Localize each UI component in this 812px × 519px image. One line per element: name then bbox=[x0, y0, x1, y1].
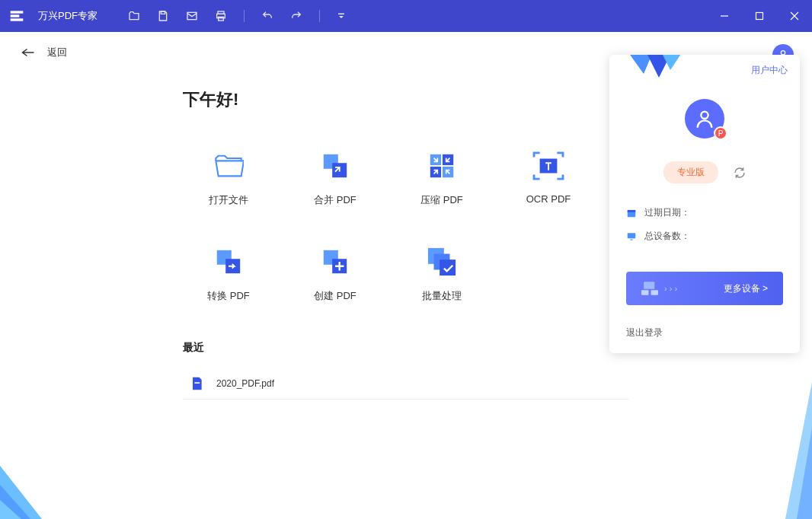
titlebar: 万兴PDF专家 bbox=[0, 0, 812, 32]
svg-rect-33 bbox=[630, 239, 633, 240]
more-devices-label: 更多设备 > bbox=[724, 282, 768, 295]
more-devices-button[interactable]: › › › 更多设备 > bbox=[626, 272, 783, 305]
greeting-text: 下午好! bbox=[183, 88, 629, 111]
mail-icon[interactable] bbox=[186, 10, 198, 22]
feature-label: 合并 PDF bbox=[314, 193, 356, 207]
svg-rect-36 bbox=[651, 290, 658, 295]
svg-rect-28 bbox=[195, 382, 200, 384]
merge-pdf-button[interactable]: 合并 PDF bbox=[289, 149, 381, 207]
open-file-button[interactable]: 打开文件 bbox=[183, 149, 274, 207]
maximize-button[interactable] bbox=[742, 0, 777, 32]
dropdown-icon[interactable] bbox=[337, 11, 346, 21]
ocr-pdf-button[interactable]: OCR PDF bbox=[503, 149, 594, 207]
folder-icon[interactable] bbox=[128, 10, 140, 22]
print-icon[interactable] bbox=[215, 10, 227, 22]
separator bbox=[244, 10, 245, 22]
feature-label: 批量处理 bbox=[422, 289, 462, 303]
devices-icon bbox=[641, 282, 658, 295]
svg-rect-0 bbox=[11, 11, 24, 13]
svg-rect-32 bbox=[628, 233, 636, 238]
feature-label: 打开文件 bbox=[209, 193, 248, 207]
expiry-row: 过期日期： bbox=[626, 206, 783, 219]
merge-icon bbox=[318, 149, 352, 183]
calendar-icon bbox=[626, 208, 637, 218]
devices-label: 总设备数： bbox=[644, 230, 690, 243]
save-icon[interactable] bbox=[157, 10, 169, 22]
expiry-label: 过期日期： bbox=[644, 206, 690, 219]
logout-button[interactable]: 退出登录 bbox=[609, 313, 800, 353]
plan-badge-icon: P bbox=[714, 126, 727, 140]
app-logo-icon bbox=[9, 8, 24, 24]
folder-open-icon bbox=[212, 149, 245, 183]
avatar-icon: P bbox=[685, 99, 724, 139]
compress-pdf-button[interactable]: 压缩 PDF bbox=[396, 149, 488, 207]
separator bbox=[319, 10, 320, 22]
convert-pdf-button[interactable]: 转换 PDF bbox=[183, 245, 274, 303]
undo-icon[interactable] bbox=[261, 10, 273, 22]
close-button[interactable] bbox=[777, 0, 812, 32]
batch-process-button[interactable]: 批量处理 bbox=[396, 245, 488, 303]
svg-rect-8 bbox=[338, 14, 344, 15]
redo-icon[interactable] bbox=[290, 10, 302, 22]
svg-rect-3 bbox=[161, 11, 165, 14]
arrow-icon: › › › bbox=[664, 284, 677, 293]
decoration-bottom-left bbox=[0, 443, 76, 519]
plan-badge: 专业版 bbox=[663, 161, 718, 183]
svg-point-29 bbox=[701, 112, 708, 119]
pdf-file-icon bbox=[189, 376, 204, 391]
feature-label: 创建 PDF bbox=[314, 289, 356, 303]
svg-rect-10 bbox=[756, 13, 763, 20]
recent-file-name: 2020_PDF.pdf bbox=[216, 378, 274, 389]
convert-icon bbox=[212, 245, 245, 279]
batch-icon bbox=[425, 245, 459, 279]
create-icon bbox=[318, 245, 352, 279]
feature-label: 压缩 PDF bbox=[420, 193, 463, 207]
svg-rect-2 bbox=[11, 18, 24, 21]
recent-file-item[interactable]: 2020_PDF.pdf bbox=[183, 368, 629, 400]
monitor-icon bbox=[626, 231, 637, 242]
svg-rect-27 bbox=[440, 260, 456, 275]
recent-title: 最近 bbox=[183, 341, 629, 355]
app-title: 万兴PDF专家 bbox=[38, 9, 98, 23]
ocr-icon bbox=[532, 149, 565, 183]
svg-rect-31 bbox=[628, 209, 636, 212]
refresh-icon[interactable] bbox=[734, 167, 746, 179]
user-center-link[interactable]: 用户中心 bbox=[751, 64, 788, 77]
decoration-bottom-right bbox=[766, 382, 812, 519]
minimize-button[interactable] bbox=[707, 0, 742, 32]
feature-label: OCR PDF bbox=[526, 193, 571, 205]
back-arrow-icon[interactable] bbox=[21, 47, 35, 58]
panel-decoration bbox=[625, 55, 686, 85]
svg-rect-35 bbox=[641, 290, 648, 295]
feature-label: 转换 PDF bbox=[207, 289, 250, 303]
user-panel: 用户中心 P 专业版 过期日期： 总设备数： bbox=[609, 55, 800, 353]
devices-row: 总设备数： bbox=[626, 230, 783, 243]
compress-icon bbox=[425, 149, 459, 183]
create-pdf-button[interactable]: 创建 PDF bbox=[289, 245, 381, 303]
back-label[interactable]: 返回 bbox=[47, 46, 67, 59]
svg-rect-1 bbox=[11, 14, 20, 17]
svg-rect-34 bbox=[644, 282, 654, 288]
